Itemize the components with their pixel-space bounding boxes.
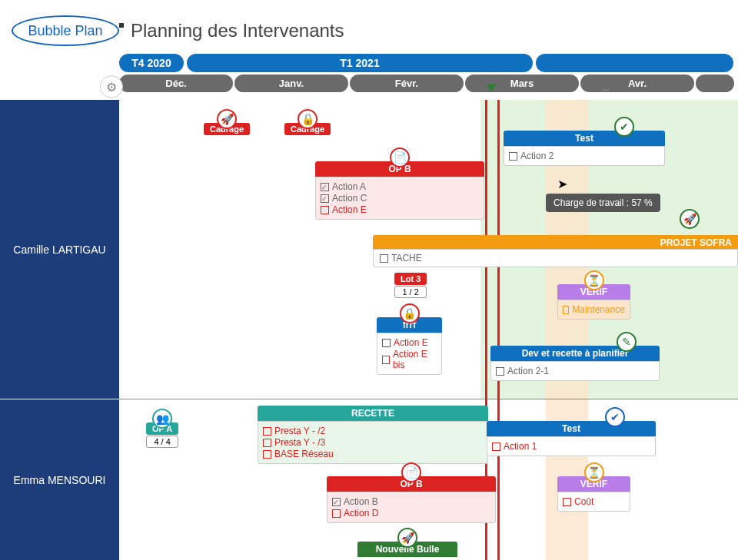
project-bar[interactable]: PROJET SOFRA bbox=[373, 235, 738, 250]
badge-count: 4 / 4 bbox=[146, 436, 178, 448]
sidebar: Camille LARTIGAU Emma MENSOURI bbox=[0, 100, 119, 560]
action-item[interactable]: Coût bbox=[563, 496, 625, 507]
person-row[interactable]: Emma MENSOURI bbox=[0, 399, 119, 560]
edit-icon: ✎ bbox=[617, 332, 637, 352]
task-card-recette[interactable]: RECETTE Presta Y - /2 Presta Y - /3 BASE… bbox=[258, 406, 488, 464]
month[interactable]: Janv. bbox=[234, 75, 348, 92]
action-item[interactable]: Action 1 bbox=[492, 441, 650, 452]
month[interactable] bbox=[696, 75, 734, 92]
gear-icon[interactable]: ⚙ bbox=[100, 75, 123, 98]
action-item[interactable]: Action A bbox=[321, 181, 479, 192]
action-item[interactable]: Action E bbox=[321, 204, 479, 215]
project-sub[interactable]: TACHE bbox=[373, 249, 738, 267]
quarter[interactable]: T4 2020 bbox=[119, 54, 184, 72]
milestone-lot3[interactable]: Lot 3 1 / 2 bbox=[394, 273, 427, 298]
task-card-verif[interactable]: ⏳ VERIF Coût bbox=[557, 476, 630, 512]
task-card-opb[interactable]: 📄 OP B Action B Action D bbox=[327, 476, 496, 523]
timeline-canvas[interactable]: 🚀 Cadrage 🔒 Cadrage 📄 OP B Action A Acti… bbox=[119, 100, 738, 560]
lock-icon: 🔒 bbox=[400, 303, 420, 323]
today-line bbox=[497, 100, 500, 560]
action-item[interactable]: Presta Y - /3 bbox=[263, 437, 483, 448]
check-icon: ✔ bbox=[614, 117, 634, 137]
milestone-opa[interactable]: 👥 OP A 4 / 4 bbox=[146, 422, 178, 448]
document-icon: 📄 bbox=[401, 462, 421, 482]
action-item[interactable]: Action E bbox=[382, 337, 437, 348]
card-title: RECETTE bbox=[258, 406, 488, 421]
document-icon: 📄 bbox=[390, 147, 410, 167]
check-icon: ✔ bbox=[605, 407, 625, 427]
task-card-test[interactable]: ✔ Test Action 2 bbox=[504, 131, 665, 166]
cursor-icon: ➤ bbox=[557, 177, 567, 191]
milestone-cadrage[interactable]: 🚀 Cadrage bbox=[204, 123, 250, 135]
task-card-dev[interactable]: ✎ Dev et recette à planifier Action 2-1 bbox=[490, 346, 660, 381]
month[interactable]: Avr. bbox=[580, 75, 694, 92]
milestone-cadrage[interactable]: 🔒 Cadrage bbox=[284, 123, 331, 135]
action-item[interactable]: Action B bbox=[332, 496, 490, 507]
task-card-verif[interactable]: ⏳ VERIF Maintenance bbox=[557, 284, 630, 320]
badge-label: Lot 3 bbox=[394, 273, 427, 285]
page-title: Planning des Intervenants bbox=[131, 20, 344, 41]
month[interactable]: Déc. bbox=[119, 75, 233, 92]
rocket-icon: 🚀 bbox=[397, 528, 417, 548]
task-card-nouvelle[interactable]: 🚀 Nouvelle Bulle bbox=[357, 542, 457, 557]
rocket-icon: 🚀 bbox=[217, 109, 237, 129]
resize-arrow-icon[interactable]: ↔ bbox=[600, 83, 612, 97]
task-card-test[interactable]: ✔ Test Action 1 bbox=[487, 421, 656, 456]
quarter[interactable]: T1 2021 bbox=[187, 54, 533, 72]
month[interactable]: Mars bbox=[465, 75, 579, 92]
action-item[interactable]: Maintenance bbox=[563, 304, 625, 315]
action-item[interactable]: BASE Réseau bbox=[263, 449, 483, 459]
marker-icon bbox=[487, 84, 496, 91]
people-icon: 👥 bbox=[152, 409, 172, 429]
workload-tooltip: Charge de travail : 57 % bbox=[546, 194, 660, 212]
action-item[interactable]: Action C bbox=[321, 193, 479, 204]
card-title: Test bbox=[487, 421, 656, 436]
action-item[interactable]: Action 2 bbox=[509, 151, 660, 161]
quarter[interactable] bbox=[536, 54, 733, 72]
action-item[interactable]: Action 2-1 bbox=[496, 366, 654, 376]
task-card-opb[interactable]: 📄 OP B Action A Action C Action E bbox=[315, 161, 484, 220]
hourglass-icon: ⏳ bbox=[584, 270, 604, 290]
lock-icon: 🔒 bbox=[298, 109, 317, 129]
row-divider bbox=[119, 399, 738, 399]
person-row[interactable]: Camille LARTIGAU bbox=[0, 100, 119, 399]
badge-count: 1 / 2 bbox=[394, 286, 427, 298]
month[interactable]: Févr. bbox=[350, 75, 464, 92]
hourglass-icon: ⏳ bbox=[584, 462, 604, 482]
action-item[interactable]: Action E bis bbox=[382, 349, 437, 370]
action-item[interactable]: Presta Y - /2 bbox=[263, 426, 483, 436]
card-title: Test bbox=[504, 131, 665, 146]
task-card-frrf[interactable]: 🔒 frrf Action E Action E bis bbox=[377, 317, 442, 375]
quarter-row: T4 2020 T1 2021 bbox=[119, 54, 738, 72]
month-row: Déc. Janv. Févr. Mars Avr. bbox=[119, 75, 738, 92]
action-item[interactable]: Action D bbox=[332, 508, 490, 519]
logo: Bubble Plan bbox=[12, 15, 119, 46]
